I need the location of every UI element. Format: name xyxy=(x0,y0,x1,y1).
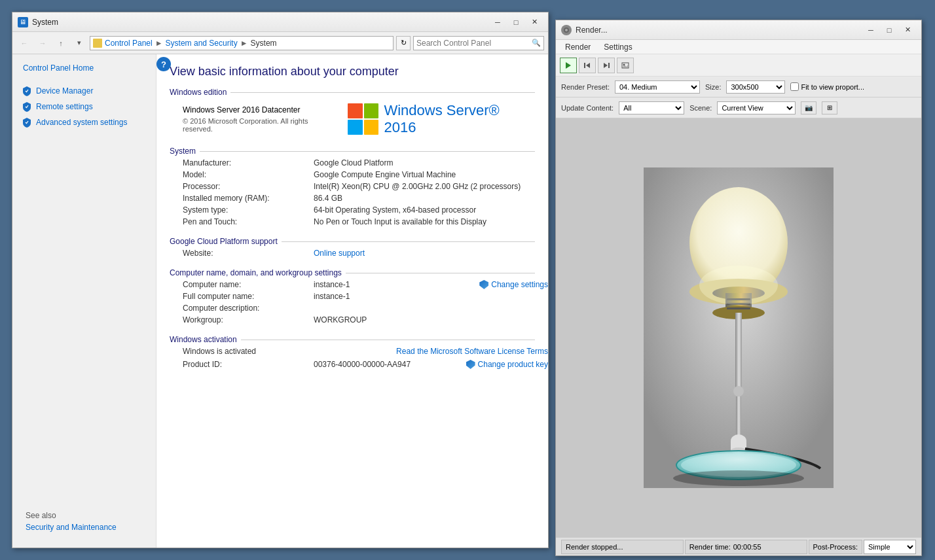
security-maintenance-link[interactable]: Security and Maintenance xyxy=(26,520,127,534)
recent-locations-button[interactable]: ▾ xyxy=(71,35,87,51)
render-close-button[interactable]: ✕ xyxy=(899,24,916,37)
scene-label: Scene: xyxy=(689,104,712,112)
svg-point-28 xyxy=(673,470,804,486)
gcp-header: Google Cloud Platform support xyxy=(170,237,535,246)
size-select[interactable]: 300x500 xyxy=(726,80,785,94)
render-lamp-image xyxy=(644,167,834,488)
win-brand-area: Windows Server® 2016 xyxy=(348,102,535,136)
render-window: Render... ─ □ ✕ Render Settings xyxy=(555,20,922,556)
manufacturer-row: Manufacturer: Google Cloud Platform xyxy=(183,158,548,167)
scene-select[interactable]: Current View xyxy=(717,101,796,114)
back-button[interactable]: ← xyxy=(16,35,32,51)
address-bar: ← → ↑ ▾ Control Panel ► System and Secur… xyxy=(12,32,548,54)
render-update-bar: Update Content: All Scene: Current View … xyxy=(556,97,921,118)
refresh-button[interactable]: ↻ xyxy=(396,36,411,50)
render-menu-bar: Render Settings xyxy=(556,40,921,54)
render-next-button[interactable] xyxy=(598,58,615,73)
svg-rect-19 xyxy=(735,313,742,391)
system-header: System xyxy=(170,147,535,156)
pen-touch-row: Pen and Touch: No Pen or Touch Input is … xyxy=(183,217,548,226)
windows-edition-header: Windows edition xyxy=(170,88,535,97)
see-also-section: See also Security and Maintenance xyxy=(26,511,127,534)
up-button[interactable]: ↑ xyxy=(53,35,69,51)
breadcrumb-system: System xyxy=(251,39,277,48)
svg-rect-5 xyxy=(608,63,610,68)
windows-edition-section: Windows edition Windows Server 2016 Data… xyxy=(170,88,535,136)
render-time-segment: Render time: 00:00:55 xyxy=(685,540,807,554)
search-icon[interactable]: 🔍 xyxy=(532,39,541,47)
sidebar-item-advanced-settings[interactable]: Advanced system settings xyxy=(12,114,156,130)
system-info-table: Manufacturer: Google Cloud Platform Mode… xyxy=(183,158,548,226)
full-name-row: Full computer name: instance-1 xyxy=(183,292,548,301)
breadcrumb-system-security[interactable]: System and Security xyxy=(166,39,238,48)
breadcrumb-control-panel[interactable]: Control Panel xyxy=(105,39,153,48)
render-menu-render[interactable]: Render xyxy=(560,41,596,53)
content-area: Control Panel Home Device Manager Remote… xyxy=(12,54,548,548)
gcp-section: Google Cloud Platform support Website: O… xyxy=(170,237,535,258)
shield-product-key-icon xyxy=(466,360,475,369)
render-window-icon xyxy=(561,25,572,35)
license-terms-link[interactable]: Read the Microsoft Software License Term… xyxy=(396,347,548,356)
online-support-link[interactable]: Online support xyxy=(314,249,365,258)
svg-marker-4 xyxy=(586,63,590,68)
shield-icon-device xyxy=(22,86,32,96)
fit-checkbox[interactable] xyxy=(790,82,799,91)
sidebar-home-link[interactable]: Control Panel Home xyxy=(12,61,156,75)
render-maximize-button[interactable]: □ xyxy=(881,24,898,37)
computer-name-table: Computer name: instance-1 Change setting… xyxy=(183,280,548,324)
system-type-row: System type: 64-bit Operating System, x6… xyxy=(183,205,548,215)
sidebar-item-remote-settings[interactable]: Remote settings xyxy=(12,99,156,114)
system-window: 🖥 System ─ □ ✕ ← → ↑ ▾ Control Panel ► S… xyxy=(12,12,549,548)
activation-table: Windows is activated Read the Microsoft … xyxy=(183,347,548,369)
computer-name-header: Computer name, domain, and workgroup set… xyxy=(170,268,535,277)
render-status-bar: Render stopped... Render time: 00:00:55 … xyxy=(556,537,921,555)
page-title: View basic information about your comput… xyxy=(170,65,535,79)
window-controls: ─ □ ✕ xyxy=(489,16,543,29)
close-button[interactable]: ✕ xyxy=(526,16,543,29)
render-prev-button[interactable] xyxy=(579,58,596,73)
activation-header: Windows activation xyxy=(170,335,535,344)
ram-row: Installed memory (RAM): 86.4 GB xyxy=(183,194,548,203)
render-minimize-button[interactable]: ─ xyxy=(862,24,879,37)
change-product-key-link[interactable]: Change product key xyxy=(466,360,548,369)
remote-settings-label: Remote settings xyxy=(36,102,93,111)
maximize-button[interactable]: □ xyxy=(507,16,524,29)
search-input[interactable] xyxy=(416,39,530,48)
render-image-button[interactable] xyxy=(617,58,634,73)
scene-camera-button[interactable]: 📷 xyxy=(801,101,816,114)
help-button[interactable]: ? xyxy=(156,57,171,71)
window-icon: 🖥 xyxy=(18,17,28,27)
preset-label: Render Preset: xyxy=(561,83,610,91)
forward-button[interactable]: → xyxy=(35,35,50,51)
render-toolbar xyxy=(556,54,921,77)
scene-extra-button[interactable]: ⊞ xyxy=(822,101,837,114)
update-select[interactable]: All xyxy=(619,101,684,114)
computer-name-section: Computer name, domain, and workgroup set… xyxy=(170,268,535,324)
size-label: Size: xyxy=(705,83,721,91)
activation-status-row: Windows is activated Read the Microsoft … xyxy=(183,347,548,356)
render-status-text: Render stopped... xyxy=(561,540,684,554)
window-title: System xyxy=(32,18,485,27)
shield-settings-icon xyxy=(479,280,488,289)
workgroup-row: Workgroup: WORKGROUP xyxy=(183,315,548,324)
search-box: 🔍 xyxy=(413,36,544,50)
model-row: Model: Google Compute Engine Virtual Mac… xyxy=(183,170,548,179)
svg-rect-18 xyxy=(727,307,750,309)
minimize-button[interactable]: ─ xyxy=(489,16,506,29)
sidebar-item-device-manager[interactable]: Device Manager xyxy=(12,83,156,99)
preset-select[interactable]: 04. Medium xyxy=(615,80,700,94)
see-also-label: See also xyxy=(26,511,127,520)
post-process-select[interactable]: Simple xyxy=(864,540,916,554)
windows-logo-area: Windows Server 2016 Datacenter © 2016 Mi… xyxy=(170,102,535,136)
product-id-row: Product ID: 00376-40000-00000-AA947 Chan… xyxy=(183,360,548,369)
breadcrumb: Control Panel ► System and Security ► Sy… xyxy=(90,36,394,50)
computer-name-row: Computer name: instance-1 Change setting… xyxy=(183,280,548,289)
svg-point-20 xyxy=(733,386,744,396)
gcp-info-table: Website: Online support xyxy=(183,249,548,258)
svg-marker-2 xyxy=(566,62,571,69)
system-info-section: System Manufacturer: Google Cloud Platfo… xyxy=(170,147,535,226)
change-settings-link[interactable]: Change settings xyxy=(479,280,548,289)
windows-logo xyxy=(348,103,379,135)
render-play-button[interactable] xyxy=(560,58,577,73)
render-menu-settings[interactable]: Settings xyxy=(598,41,637,53)
